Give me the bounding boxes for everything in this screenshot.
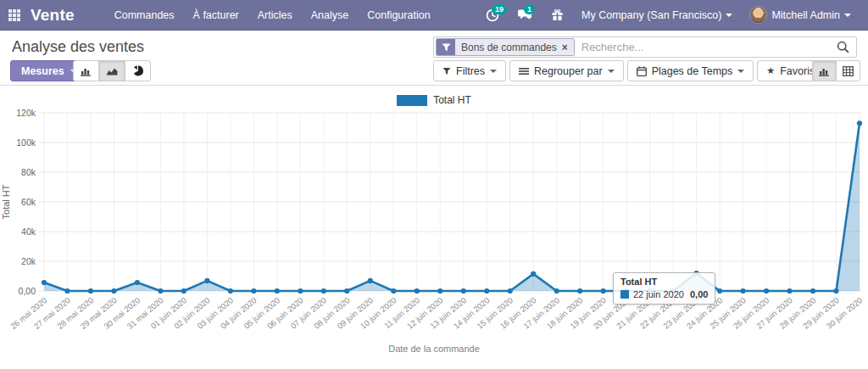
chevron-down-icon	[726, 14, 732, 17]
tooltip-date: 22 juin 2020	[633, 289, 684, 299]
line-area-plot[interactable]: 120k100k80k60k40k20k0,00Total HT26 mai 2…	[0, 87, 868, 341]
gift-icon	[551, 8, 564, 21]
facet-remove-icon[interactable]: ×	[562, 42, 568, 53]
facet-value: Bons de commandes ×	[455, 39, 574, 55]
bar-chart-button[interactable]	[73, 60, 99, 81]
menu-commandes[interactable]: Commandes	[105, 0, 184, 31]
svg-text:80k: 80k	[21, 167, 36, 177]
search-options: Filtres Regrouper par Pla	[433, 60, 836, 81]
menu-articles[interactable]: Articles	[248, 0, 302, 31]
chart-type-switcher	[73, 60, 151, 81]
chevron-down-icon	[844, 14, 851, 17]
apps-menu-button[interactable]	[0, 0, 29, 31]
sales-analysis-chart: Total HT 120k100k80k60k40k20k0,00Total H…	[0, 87, 868, 369]
chevron-down-icon	[490, 70, 497, 73]
chevron-down-icon	[608, 70, 615, 73]
avatar	[749, 6, 767, 24]
user-name: Mitchell Admin	[771, 9, 840, 21]
control-panel: Analyse des ventes Bons de commandes ×	[0, 31, 868, 86]
company-name: My Company (San Francisco)	[581, 9, 721, 21]
pivot-view-button[interactable]	[836, 60, 860, 81]
pivot-view-icon	[843, 66, 854, 76]
bar-chart-icon	[81, 66, 92, 76]
menu-a-facturer[interactable]: À facturer	[184, 0, 248, 31]
company-switcher[interactable]: My Company (San Francisco)	[573, 0, 741, 31]
svg-text:60k: 60k	[21, 197, 36, 207]
star-icon: ★	[766, 65, 775, 76]
user-menu[interactable]: Mitchell Admin	[741, 0, 860, 31]
filter-facet-icon	[437, 39, 455, 55]
chart-tooltip: Total HT 22 juin 2020 0,00	[613, 272, 715, 305]
svg-text:100k: 100k	[16, 137, 36, 148]
message-counter-badge: 1	[524, 4, 535, 14]
menu-analyse[interactable]: Analyse	[302, 0, 358, 31]
promotion-button[interactable]	[542, 0, 573, 31]
apps-grid-icon	[8, 9, 20, 21]
search-facet-bons-de-commandes[interactable]: Bons de commandes ×	[436, 38, 575, 56]
menu-configuration[interactable]: Configuration	[358, 0, 439, 31]
search-input[interactable]	[575, 41, 837, 53]
page-title: Analyse des ventes	[12, 38, 144, 56]
messages-button[interactable]: 1	[509, 0, 542, 31]
svg-text:40k: 40k	[21, 226, 36, 237]
app-brand[interactable]: Vente	[29, 6, 81, 25]
group-by-button[interactable]: Regrouper par	[509, 60, 624, 81]
graph-view-icon	[819, 66, 830, 76]
time-ranges-button[interactable]: Plages de Temps	[627, 60, 754, 81]
svg-text:120k: 120k	[16, 108, 36, 118]
search-icon[interactable]	[837, 41, 849, 53]
activities-button[interactable]: 19	[476, 0, 509, 31]
filters-button[interactable]: Filtres	[433, 60, 506, 81]
line-chart-button[interactable]	[98, 60, 125, 81]
chevron-down-icon	[737, 70, 744, 73]
top-navbar: Vente Commandes À facturer Articles Anal…	[0, 0, 868, 31]
filter-icon	[442, 67, 451, 75]
navbar-systray: 19 1 My Company (San Francisco)	[476, 0, 868, 31]
view-switcher	[813, 60, 860, 81]
activity-counter-badge: 19	[492, 4, 507, 14]
svg-text:0,00: 0,00	[19, 286, 36, 296]
tooltip-title: Total HT	[620, 277, 708, 287]
sales-analysis-page: Vente Commandes À facturer Articles Anal…	[0, 0, 868, 369]
area-chart-icon	[106, 66, 118, 76]
main-menu: Commandes À facturer Articles Analyse Co…	[105, 0, 440, 31]
search-bar[interactable]: Bons de commandes ×	[433, 36, 857, 58]
graph-view-button[interactable]	[812, 60, 837, 81]
pie-chart-button[interactable]	[125, 60, 151, 81]
tooltip-series-swatch	[620, 290, 629, 299]
tooltip-value: 0,00	[690, 289, 708, 299]
svg-text:20k: 20k	[21, 256, 36, 266]
x-axis-title: Date de la commande	[0, 344, 868, 354]
pie-chart-icon	[132, 65, 143, 76]
calendar-icon	[637, 66, 647, 76]
svg-text:Total HT: Total HT	[1, 184, 11, 219]
group-by-icon	[519, 67, 529, 75]
